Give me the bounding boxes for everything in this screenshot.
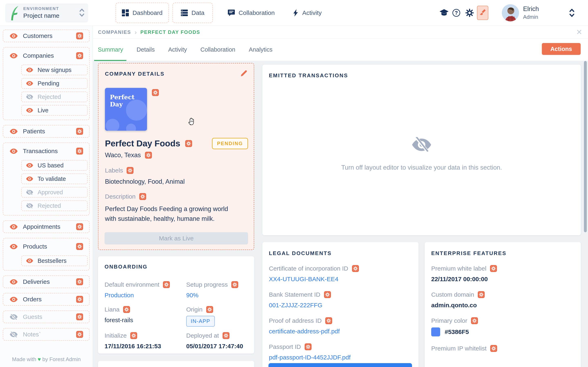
eye-visible-icon[interactable] (26, 108, 33, 113)
user-menu-chevron-icon[interactable] (569, 8, 575, 17)
sidebar-segment-us-based[interactable]: US based (21, 160, 87, 171)
field-settings-gear-icon[interactable] (139, 193, 146, 200)
field-settings-gear-icon[interactable] (325, 317, 332, 324)
eye-visible-icon[interactable] (26, 163, 33, 168)
collection-settings-gear-icon[interactable] (76, 296, 83, 303)
sidebar-segment-pending[interactable]: Pending (21, 78, 87, 89)
sidebar-item-patients[interactable]: Patients (3, 125, 89, 137)
eye-hidden-icon[interactable] (10, 332, 17, 337)
sidebar-segment-to-validate[interactable]: To validate (21, 174, 87, 184)
close-icon[interactable]: ✕ (576, 29, 582, 36)
eye-visible-icon[interactable] (10, 33, 17, 39)
breadcrumb-collection[interactable]: COMPANIES (98, 29, 131, 35)
collection-settings-gear-icon[interactable] (76, 148, 83, 155)
passport-id-value[interactable]: pdf-passport-ID-4452JJDF.pdf (269, 354, 412, 361)
proof-of-address-value[interactable]: certificate-address-pdf.pdf (269, 328, 412, 335)
eye-hidden-icon[interactable] (26, 190, 33, 195)
tab-activity[interactable]: Activity (168, 46, 187, 53)
environment-selector[interactable]: ENVIRONMENT Project name (5, 3, 88, 22)
field-settings-gear-icon[interactable] (163, 281, 170, 288)
eye-visible-icon[interactable] (10, 53, 17, 58)
eye-hidden-icon[interactable] (10, 314, 17, 320)
sidebar-item-products[interactable]: Products (3, 240, 89, 253)
sidebar-item-companies[interactable]: Companies (3, 50, 89, 62)
eye-visible-icon[interactable] (10, 129, 17, 134)
tab-details[interactable]: Details (137, 46, 155, 53)
field-settings-gear-icon[interactable] (145, 152, 152, 159)
nav-dashboard[interactable]: Dashboard (116, 3, 169, 23)
legal-documents-action-button[interactable] (268, 363, 412, 367)
nav-data[interactable]: Data (173, 3, 213, 23)
field-settings-gear-icon[interactable] (206, 306, 213, 313)
academy-icon[interactable] (439, 9, 449, 17)
sidebar-item-guests[interactable]: Guests (3, 311, 89, 323)
company-logo-image[interactable]: Perfect Day (105, 88, 147, 131)
eye-visible-icon[interactable] (26, 176, 33, 181)
eye-visible-icon[interactable] (10, 149, 17, 154)
eye-visible-icon[interactable] (10, 279, 17, 285)
collection-settings-gear-icon[interactable] (76, 33, 83, 39)
sidebar-item-transactions[interactable]: Transactions (3, 145, 89, 157)
field-settings-gear-icon[interactable] (127, 167, 134, 174)
field-settings-gear-icon[interactable] (152, 89, 159, 96)
collection-settings-gear-icon[interactable] (76, 331, 83, 338)
field-settings-gear-icon[interactable] (130, 332, 137, 339)
sidebar-item-notes[interactable]: Notes` (3, 328, 89, 340)
sidebar-item-customers[interactable]: Customers (3, 30, 89, 42)
eye-visible-icon[interactable] (10, 297, 17, 302)
field-settings-gear-icon[interactable] (352, 265, 359, 272)
field-settings-gear-icon[interactable] (471, 317, 478, 324)
chevron-up-down-icon[interactable] (79, 8, 85, 18)
field-settings-gear-icon[interactable] (305, 343, 311, 350)
nav-activity[interactable]: Activity (286, 3, 329, 23)
collection-settings-gear-icon[interactable] (76, 278, 83, 285)
sidebar-item-appointments[interactable]: Appointments (3, 221, 89, 233)
field-settings-gear-icon[interactable] (185, 140, 192, 147)
field-settings-gear-icon[interactable] (231, 281, 238, 288)
eye-visible-icon[interactable] (26, 67, 33, 72)
sidebar-segment-bestsellers[interactable]: Bestsellers (21, 256, 87, 266)
sidebar-segment-new-signups[interactable]: New signups (21, 65, 87, 75)
field-settings-gear-icon[interactable] (324, 291, 331, 298)
user-avatar[interactable] (502, 4, 519, 21)
collection-settings-gear-icon[interactable] (76, 243, 83, 250)
eye-hidden-icon[interactable] (26, 94, 33, 99)
sidebar-segment-approved[interactable]: Approved (21, 187, 87, 198)
actions-button[interactable]: Actions (542, 43, 581, 55)
eye-hidden-icon[interactable] (26, 203, 33, 208)
sidebar-item-deliveries[interactable]: Deliveries (3, 276, 89, 288)
tab-analytics[interactable]: Analytics (249, 46, 272, 53)
eye-visible-icon[interactable] (10, 244, 17, 249)
sidebar-segment-rejected-transactions[interactable]: Rejected (21, 200, 87, 211)
edit-pencil-icon[interactable] (240, 70, 247, 78)
field-settings-gear-icon[interactable] (490, 265, 497, 272)
settings-gear-icon[interactable] (466, 9, 474, 17)
sidebar-segment-live[interactable]: Live (21, 105, 87, 116)
help-icon[interactable]: ? (452, 9, 460, 17)
sidebar-segment-rejected[interactable]: Rejected (21, 92, 87, 102)
sidebar-item-orders[interactable]: Orders (3, 293, 89, 305)
tab-collaboration[interactable]: Collaboration (200, 46, 235, 53)
layout-editor-brush-button[interactable] (477, 6, 488, 20)
mark-as-live-button[interactable]: Mark as Live (104, 232, 248, 244)
eye-visible-icon[interactable] (26, 81, 33, 86)
certificate-id-value[interactable]: XX4-UTUUGI-BANK-EE4 (269, 276, 412, 283)
primary-color-swatch[interactable] (431, 327, 440, 336)
collection-settings-gear-icon[interactable] (76, 128, 83, 135)
default-environment-value[interactable]: Production (104, 292, 176, 299)
nav-collaboration[interactable]: Collaboration (217, 3, 285, 23)
eye-visible-icon[interactable] (26, 258, 33, 263)
company-details-card[interactable]: COMPANY DETAILS Perfect Day Perfect Day … (98, 63, 254, 250)
collection-settings-gear-icon[interactable] (76, 313, 83, 320)
collection-settings-gear-icon[interactable] (76, 52, 83, 59)
eye-visible-icon[interactable] (10, 224, 17, 230)
field-settings-gear-icon[interactable] (123, 306, 130, 313)
vertical-scrollbar-thumb[interactable] (584, 61, 587, 232)
bank-statement-id-value[interactable]: 001-ZJJJZ-222FFG (269, 302, 412, 309)
tab-summary[interactable]: Summary (98, 46, 123, 53)
collection-settings-gear-icon[interactable] (76, 223, 83, 230)
field-settings-gear-icon[interactable] (490, 345, 497, 352)
field-settings-gear-icon[interactable] (223, 332, 229, 339)
field-settings-gear-icon[interactable] (478, 291, 485, 298)
user-menu[interactable]: Elrich Admin (523, 5, 539, 20)
